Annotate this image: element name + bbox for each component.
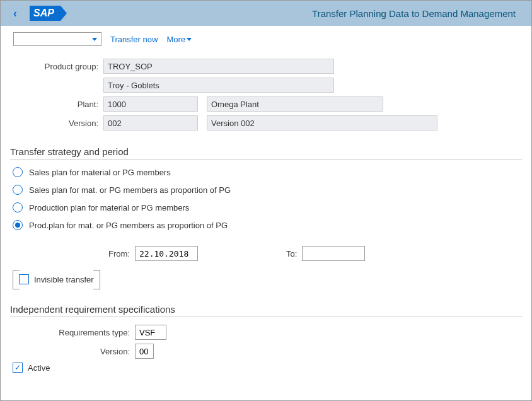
sap-logo: SAP	[30, 6, 61, 21]
version-label: Version:	[10, 119, 103, 128]
req-type-label: Requirements type:	[10, 328, 135, 337]
invisible-transfer-checkbox[interactable]: Invisible transfer	[19, 274, 94, 284]
toolbar: Transfer now More	[1, 26, 531, 52]
command-dropdown[interactable]	[13, 32, 101, 46]
to-date-input[interactable]	[302, 246, 365, 261]
req-type-input[interactable]	[135, 325, 166, 340]
back-button[interactable]: ‹	[7, 4, 23, 23]
radio-icon	[13, 167, 23, 177]
radio-sales-plan-proportion[interactable]: Sales plan for mat. or PG members as pro…	[13, 185, 522, 195]
radio-label: Sales plan for material or PG members	[29, 168, 171, 177]
radio-icon	[13, 202, 23, 212]
radio-icon	[13, 185, 23, 195]
plant-value: 1000	[103, 96, 198, 112]
radio-label: Sales plan for mat. or PG members as pro…	[29, 185, 231, 195]
checkbox-icon: ✓	[13, 363, 23, 373]
transfer-now-button[interactable]: Transfer now	[110, 35, 158, 44]
more-label: More	[166, 35, 185, 44]
plant-desc: Omega Plant	[207, 96, 383, 112]
active-checkbox[interactable]: ✓ Active	[13, 363, 522, 373]
independent-section-title: Independent requirement specifications	[10, 304, 522, 317]
chevron-down-icon	[187, 38, 192, 41]
radio-label: Production plan for material or PG membe…	[29, 203, 189, 212]
product-group-value: TROY_SOP	[103, 59, 334, 74]
radio-icon	[13, 220, 23, 230]
version-desc: Version 002	[207, 115, 437, 131]
invisible-transfer-label: Invisible transfer	[34, 275, 94, 284]
page-title: Transfer Planning Data to Demand Managem…	[312, 8, 516, 19]
radio-label: Prod.plan for mat. or PG members as prop…	[29, 221, 228, 230]
version-value: 002	[103, 115, 198, 131]
radio-sales-plan-material[interactable]: Sales plan for material or PG members	[13, 167, 522, 177]
strategy-section-title: Transfer strategy and period	[10, 146, 522, 160]
checkbox-icon	[19, 274, 29, 284]
to-date-label: To:	[286, 249, 297, 259]
more-menu[interactable]: More	[166, 35, 192, 44]
ind-version-label: Version:	[10, 347, 135, 356]
from-date-label: From:	[10, 249, 135, 259]
ind-version-input[interactable]	[135, 344, 154, 359]
product-group-label: Product group:	[10, 62, 103, 71]
active-label: Active	[28, 363, 50, 373]
radio-production-plan-material[interactable]: Production plan for material or PG membe…	[13, 202, 522, 212]
from-date-input[interactable]	[135, 246, 198, 261]
radio-production-plan-proportion[interactable]: Prod.plan for mat. or PG members as prop…	[13, 220, 522, 230]
product-group-desc: Troy - Goblets	[103, 78, 334, 93]
plant-label: Plant:	[10, 100, 103, 109]
app-header: ‹ SAP Transfer Planning Data to Demand M…	[1, 1, 531, 26]
